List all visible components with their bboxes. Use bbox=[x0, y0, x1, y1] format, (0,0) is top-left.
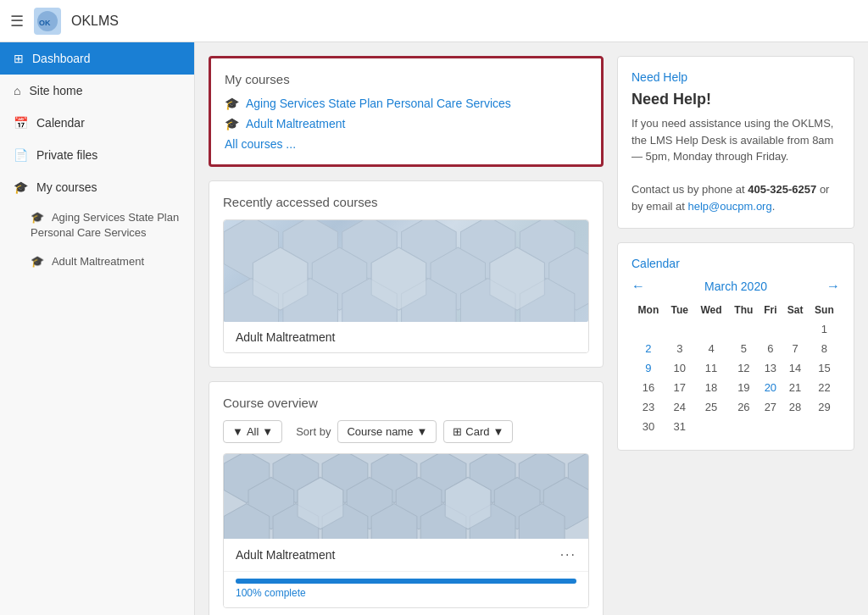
sidebar-sub-adult[interactable]: 🎓 Adult Maltreatment bbox=[0, 247, 194, 276]
filter-all-button[interactable]: ▼ All ▼ bbox=[223, 420, 282, 443]
cal-day bbox=[632, 319, 665, 339]
cal-week-row: 9101112131415 bbox=[632, 358, 840, 378]
help-email[interactable]: help@oucpm.org bbox=[687, 200, 771, 213]
need-help-section-title: Need Help bbox=[632, 70, 840, 84]
cal-day[interactable]: 2 bbox=[632, 339, 665, 358]
need-help-card: Need Help Need Help! If you need assista… bbox=[617, 56, 854, 229]
cal-day bbox=[809, 417, 840, 436]
cal-day: 22 bbox=[809, 378, 840, 397]
cal-header-fri: Fri bbox=[759, 301, 782, 319]
sidebar-item-private-files[interactable]: 📄 Private files bbox=[0, 139, 194, 171]
progress-bar-bg bbox=[236, 579, 576, 584]
cal-day: 31 bbox=[665, 417, 694, 436]
sort-by-label: Sort by bbox=[296, 425, 331, 438]
view-label: Card bbox=[465, 425, 489, 438]
cal-day: 27 bbox=[759, 397, 782, 417]
cal-day: 4 bbox=[694, 339, 728, 358]
sidebar-item-my-courses[interactable]: 🎓 My courses bbox=[0, 171, 194, 203]
cal-day: 14 bbox=[782, 358, 809, 378]
cal-day: 19 bbox=[728, 378, 759, 397]
view-select[interactable]: ⊞ Card ▼ bbox=[443, 420, 513, 443]
view-arrow: ▼ bbox=[493, 425, 504, 438]
cal-day: 30 bbox=[632, 417, 665, 436]
cal-day: 15 bbox=[809, 358, 840, 378]
calendar-grid: MonTueWedThuFriSatSun 123456789101112131… bbox=[632, 301, 840, 436]
cal-day: 23 bbox=[632, 397, 665, 417]
cal-day: 13 bbox=[759, 358, 782, 378]
recently-accessed-course: Adult Maltreatment bbox=[223, 219, 589, 353]
course-overview-card: Course overview ▼ All ▼ Sort by Course n… bbox=[209, 381, 604, 615]
cal-day: 28 bbox=[782, 397, 809, 417]
svg-text:OK: OK bbox=[39, 19, 51, 27]
my-courses-card: My courses 🎓 Aging Services State Plan P… bbox=[209, 56, 604, 167]
logo: OK bbox=[34, 8, 61, 35]
sidebar-item-dashboard[interactable]: ⊞ Dashboard bbox=[0, 42, 194, 75]
overview-course-name: Adult Maltreatment bbox=[236, 548, 336, 562]
course-link-icon: 🎓 bbox=[225, 97, 239, 110]
cal-day bbox=[694, 417, 728, 436]
course-menu-dots[interactable]: ··· bbox=[560, 547, 576, 562]
cal-day: 29 bbox=[809, 397, 840, 417]
calendar-icon: 📅 bbox=[14, 116, 28, 130]
filter-bar: ▼ All ▼ Sort by Course name ▼ ⊞ Card ▼ bbox=[223, 420, 589, 443]
course-link-icon-2: 🎓 bbox=[225, 117, 239, 130]
all-courses-link[interactable]: All courses ... bbox=[225, 137, 296, 151]
recently-accessed-card: Recently accessed courses bbox=[209, 180, 604, 368]
sidebar-item-site-home[interactable]: ⌂ Site home bbox=[0, 75, 194, 107]
calendar-card: Calendar ← March 2020 → MonTueWedThuFriS… bbox=[617, 242, 854, 451]
sidebar-item-label: Private files bbox=[36, 148, 97, 162]
sidebar-item-calendar[interactable]: 📅 Calendar bbox=[0, 107, 194, 139]
need-help-heading: Need Help! bbox=[632, 91, 840, 108]
cal-day bbox=[694, 319, 728, 339]
topbar: ☰ OK OKLMS bbox=[0, 0, 868, 42]
main-right: Need Help Need Help! If you need assista… bbox=[617, 56, 854, 601]
cal-day: 12 bbox=[728, 358, 759, 378]
progress-label: 100% complete bbox=[236, 587, 576, 599]
cal-day: 6 bbox=[759, 339, 782, 358]
cal-day: 8 bbox=[809, 339, 840, 358]
cal-day bbox=[782, 319, 809, 339]
cal-header-mon: Mon bbox=[632, 301, 665, 319]
filter-label: All bbox=[247, 425, 259, 438]
overview-course-thumbnail bbox=[224, 454, 588, 539]
need-help-body: If you need assistance using the OKLMS, … bbox=[632, 115, 840, 214]
cal-month-label: March 2020 bbox=[704, 280, 767, 293]
cal-day: 1 bbox=[809, 319, 840, 339]
cal-header-sun: Sun bbox=[809, 301, 840, 319]
cal-prev-button[interactable]: ← bbox=[632, 279, 645, 294]
course-link-aging[interactable]: 🎓 Aging Services State Plan Personal Car… bbox=[225, 97, 587, 110]
my-courses-title: My courses bbox=[225, 72, 587, 86]
progress-bar-fill bbox=[236, 579, 576, 584]
view-grid-icon: ⊞ bbox=[453, 425, 462, 438]
sort-select[interactable]: Course name ▼ bbox=[337, 420, 437, 443]
menu-icon[interactable]: ☰ bbox=[10, 12, 24, 30]
cal-header-sat: Sat bbox=[782, 301, 809, 319]
course-thumbnail bbox=[224, 220, 588, 322]
course-link-adult[interactable]: 🎓 Adult Maltreatment bbox=[225, 117, 587, 130]
sub-course-icon: 🎓 bbox=[31, 211, 44, 224]
cal-day bbox=[782, 417, 809, 436]
help-body-1: If you need assistance using the OKLMS, … bbox=[632, 117, 833, 163]
cal-day: 17 bbox=[665, 378, 694, 397]
cal-day bbox=[728, 319, 759, 339]
cal-week-row: 3031 bbox=[632, 417, 840, 436]
sort-arrow: ▼ bbox=[416, 425, 427, 438]
cal-day: 3 bbox=[665, 339, 694, 358]
cal-day bbox=[759, 417, 782, 436]
cal-day bbox=[665, 319, 694, 339]
help-phone[interactable]: 405-325-6257 bbox=[748, 183, 816, 196]
cal-day[interactable]: 9 bbox=[632, 358, 665, 378]
sidebar-item-label: Dashboard bbox=[32, 52, 91, 65]
cal-day[interactable]: 20 bbox=[759, 378, 782, 397]
cal-header-thu: Thu bbox=[728, 301, 759, 319]
cal-day: 16 bbox=[632, 378, 665, 397]
cal-next-button[interactable]: → bbox=[826, 279, 840, 294]
cal-week-row: 23242526272829 bbox=[632, 397, 840, 417]
cal-day bbox=[728, 417, 759, 436]
file-icon: 📄 bbox=[14, 148, 28, 162]
cal-day: 7 bbox=[782, 339, 809, 358]
sidebar-sub-aging[interactable]: 🎓 Aging Services State Plan Personal Car… bbox=[0, 203, 194, 247]
sidebar-item-label: Site home bbox=[29, 84, 82, 97]
cal-week-row: 1 bbox=[632, 319, 840, 339]
cal-day: 18 bbox=[694, 378, 728, 397]
